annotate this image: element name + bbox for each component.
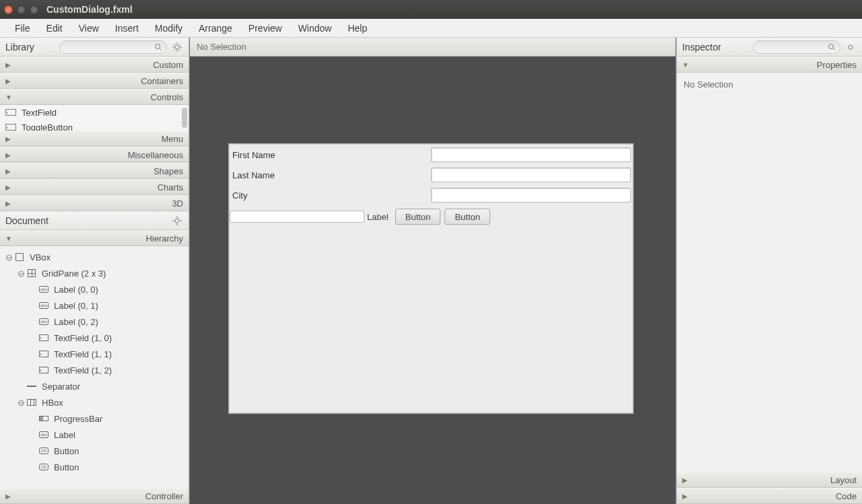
app-root: CustomDialog.fxml File Edit View Insert … <box>0 0 862 504</box>
preview-vbox[interactable]: First Name Last Name City Label Button B… <box>229 144 633 413</box>
menu-preview[interactable]: Preview <box>240 20 290 36</box>
selection-path-text: No Selection <box>197 42 246 52</box>
inspector-section-properties[interactable]: ▼Properties <box>677 57 862 73</box>
selection-path-bar: No Selection <box>190 38 675 57</box>
tree-node-label: Label (0, 2) <box>54 317 98 327</box>
tree-node[interactable]: TextField (1, 1) <box>0 346 189 362</box>
form-button-2[interactable]: Button <box>444 209 490 225</box>
tree-node[interactable]: ProgressBar <box>0 410 189 427</box>
tree-node-icon <box>26 386 38 387</box>
menu-edit[interactable]: Edit <box>38 20 71 36</box>
window-title: CustomDialog.fxml <box>46 4 133 15</box>
library-section-controls[interactable]: ▼Controls <box>0 89 189 105</box>
library-section-3d[interactable]: ▶3D <box>0 195 189 211</box>
tree-node-icon <box>26 269 38 277</box>
tree-node[interactable]: TextField (1, 0) <box>0 330 189 346</box>
tree-node-icon <box>26 399 38 406</box>
tree-node-label: Label (0, 1) <box>54 301 98 311</box>
svg-line-7 <box>174 44 175 45</box>
document-options-button[interactable] <box>171 215 183 227</box>
tree-node[interactable]: abcLabel (0, 2) <box>0 314 189 330</box>
window-minimize-button[interactable] <box>17 5 26 14</box>
library-section-custom[interactable]: ▶Custom <box>0 57 189 73</box>
search-icon <box>154 43 162 51</box>
library-header: Library <box>0 38 189 57</box>
tree-node[interactable]: abcLabel <box>0 427 189 443</box>
tree-node[interactable]: TextField (1, 2) <box>0 362 189 378</box>
menu-file[interactable]: File <box>7 20 38 36</box>
tree-expand-icon[interactable]: ⊖ <box>16 398 26 408</box>
menu-modify[interactable]: Modify <box>147 20 191 36</box>
search-icon <box>828 43 836 51</box>
library-search-input[interactable] <box>59 40 167 54</box>
form-label-firstname[interactable]: First Name <box>230 145 431 165</box>
gear-icon <box>172 216 182 225</box>
library-scrollbar-thumb[interactable] <box>182 108 187 128</box>
tree-node-icon <box>38 351 50 357</box>
menu-window[interactable]: Window <box>290 20 340 36</box>
inspector-title: Inspector <box>682 42 721 52</box>
form-progressbar[interactable] <box>230 211 364 223</box>
tree-node-label: GridPane (2 x 3) <box>42 268 106 279</box>
form-textfield-firstname[interactable] <box>431 147 631 162</box>
menu-arrange[interactable]: Arrange <box>191 20 240 36</box>
svg-point-2 <box>175 45 179 49</box>
tree-node-label: TextField (1, 0) <box>54 333 112 343</box>
inspector-search-input[interactable] <box>753 40 840 54</box>
window-titlebar: CustomDialog.fxml <box>0 0 862 19</box>
tree-expand-icon[interactable]: ⊖ <box>4 252 13 262</box>
tree-node[interactable]: Separator <box>0 378 189 394</box>
document-header: Document <box>0 211 189 230</box>
tree-node-icon: abc <box>38 302 50 309</box>
svg-point-0 <box>156 44 160 48</box>
form-label-city[interactable]: City <box>230 185 431 205</box>
document-section-controller[interactable]: ▶Controller <box>0 488 189 504</box>
tree-node-label: Separator <box>42 382 80 392</box>
gear-icon <box>846 42 855 52</box>
form-hbox-label[interactable]: Label <box>364 212 391 222</box>
inspector-section-code[interactable]: ▶Code <box>677 488 862 504</box>
right-panel: Inspector ▼Properties No Selection ▶Layo… <box>676 38 862 504</box>
library-item-textfield[interactable]: TextField <box>0 105 189 120</box>
tree-node[interactable]: OKButton <box>0 443 189 459</box>
window-close-button[interactable] <box>4 5 13 14</box>
gear-icon <box>172 42 182 52</box>
library-options-button[interactable] <box>171 41 183 53</box>
tree-node[interactable]: OKButton <box>0 459 189 475</box>
svg-line-10 <box>179 44 180 45</box>
inspector-header: Inspector <box>677 38 862 57</box>
inspector-body: No Selection <box>677 73 862 472</box>
form-label-lastname[interactable]: Last Name <box>230 165 431 185</box>
menu-help[interactable]: Help <box>339 20 375 36</box>
form-textfield-city[interactable] <box>431 188 631 203</box>
window-maximize-button[interactable] <box>30 5 38 14</box>
form-button-1[interactable]: Button <box>395 209 441 225</box>
library-section-containers[interactable]: ▶Containers <box>0 73 189 89</box>
menu-insert[interactable]: Insert <box>107 20 147 36</box>
tree-node-label: TextField (1, 2) <box>54 365 112 375</box>
tree-node[interactable]: abcLabel (0, 1) <box>0 297 189 314</box>
tree-node[interactable]: ⊖HBox <box>0 394 189 410</box>
library-section-menu[interactable]: ▶Menu <box>0 131 189 147</box>
menu-view[interactable]: View <box>71 20 107 36</box>
tree-node-icon: abc <box>38 286 50 293</box>
library-section-shapes[interactable]: ▶Shapes <box>0 163 189 179</box>
tree-node[interactable]: abcLabel (0, 0) <box>0 281 189 297</box>
library-item-togglebutton[interactable]: ToggleButton <box>0 120 189 131</box>
svg-line-17 <box>833 48 835 50</box>
library-section-miscellaneous[interactable]: ▶Miscellaneous <box>0 147 189 163</box>
svg-line-1 <box>160 48 162 50</box>
inspector-section-layout[interactable]: ▶Layout <box>677 472 862 488</box>
tree-node-icon: OK <box>38 447 50 454</box>
tree-node[interactable]: ⊖VBox <box>0 249 189 265</box>
document-section-hierarchy[interactable]: ▼Hierarchy <box>0 230 189 246</box>
tree-node-icon <box>38 416 50 421</box>
svg-point-16 <box>829 44 834 48</box>
tree-node-icon: abc <box>38 318 50 325</box>
library-section-charts[interactable]: ▶Charts <box>0 179 189 195</box>
tree-expand-icon[interactable]: ⊖ <box>16 268 26 279</box>
tree-node[interactable]: ⊖GridPane (2 x 3) <box>0 265 189 281</box>
design-canvas[interactable]: First Name Last Name City Label Button B… <box>190 57 675 504</box>
inspector-options-button[interactable] <box>844 41 857 53</box>
form-textfield-lastname[interactable] <box>431 168 631 182</box>
